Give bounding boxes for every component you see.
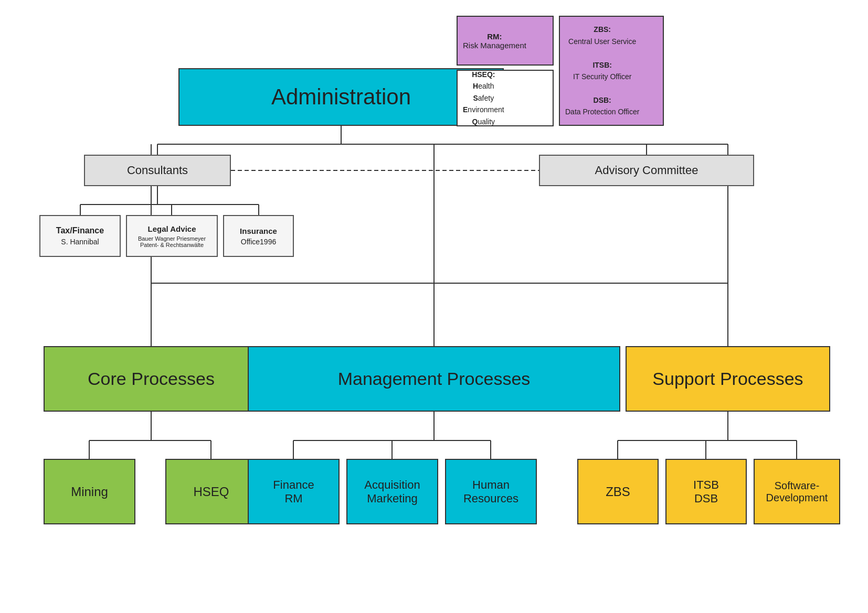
zbs-child-label: ZBS [606,485,630,499]
legal-title: Legal Advice [148,224,196,233]
advisory-box: Advisory Committee [539,155,754,186]
itsb-dsb-box: ITSB DSB [665,459,747,524]
tax-box: Tax/Finance S. Hannibal [39,215,121,257]
hr-box: Human Resources [445,459,537,524]
finance-text: Finance RM [273,478,314,506]
legal-detail: Bauer Wagner PriesmeyerPatent- & Rechtsa… [138,235,206,248]
insurance-title: Insurance [240,227,277,235]
rm-text: RM: Risk Management [463,32,526,50]
finance-box: Finance RM [248,459,340,524]
hseq-text: HSEQ: Health Safety Environment Quality [463,69,504,127]
hseq-child-box: HSEQ [165,459,257,524]
admin-box: Administration [178,68,504,126]
software-box: Software- Development [754,459,840,524]
software-line1: Software- [775,480,820,492]
rm-box: RM: Risk Management [457,16,554,66]
tax-title: Tax/Finance [56,226,104,235]
dsb-label: DSB [694,492,718,506]
org-chart: Administration RM: Risk Management HSEQ:… [0,0,868,613]
advisory-label: Advisory Committee [595,164,698,177]
hseq-box: HSEQ: Health Safety Environment Quality [457,70,554,126]
legal-box: Legal Advice Bauer Wagner PriesmeyerPate… [126,215,218,257]
admin-label: Administration [271,84,411,110]
acquisition-box: Acquisition Marketing [346,459,438,524]
hseq-child-label: HSEQ [193,485,229,499]
right-panel-box: ZBS: Central User Service ITSB: IT Secur… [559,16,664,126]
core-processes-box: Core Processes [44,346,259,412]
mgmt-processes-box: Management Processes [248,346,620,412]
support-label: Support Processes [652,369,803,389]
insurance-box: Insurance Office1996 [223,215,294,257]
consultants-box: Consultants [84,155,231,186]
hr-text: Human Resources [463,478,518,506]
software-line2: Development [766,492,828,504]
insurance-detail: Office1996 [241,238,276,246]
acq-text: Acquisition Marketing [364,478,420,506]
tax-name: S. Hannibal [61,238,99,246]
right-panel-text: ZBS: Central User Service ITSB: IT Secur… [565,24,639,117]
zbs-child-box: ZBS [577,459,659,524]
itsb-label: ITSB [693,478,719,492]
consultants-label: Consultants [127,164,188,177]
mining-box: Mining [44,459,135,524]
support-processes-box: Support Processes [626,346,830,412]
core-label: Core Processes [88,369,215,389]
mining-label: Mining [71,485,108,499]
mgmt-label: Management Processes [338,369,531,389]
